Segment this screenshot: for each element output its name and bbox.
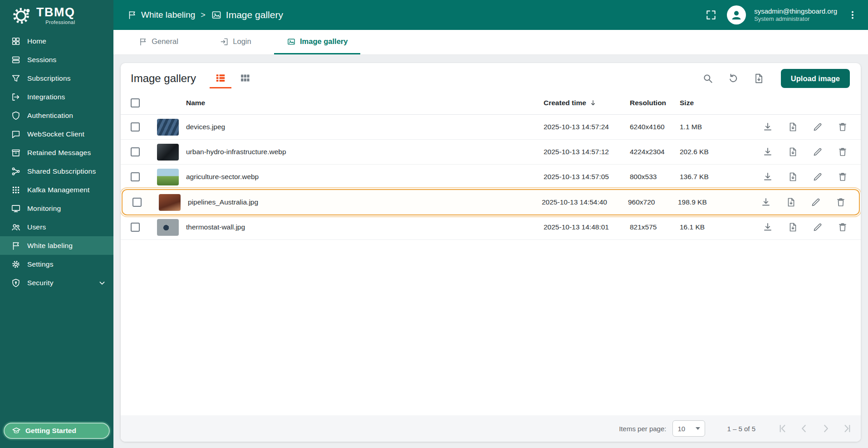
download-button[interactable] (759, 195, 773, 209)
sidebar-item-label: White labeling (27, 242, 107, 250)
tab-image-gallery[interactable]: Image gallery (274, 30, 360, 54)
edit-icon (812, 222, 823, 233)
first-page-button[interactable] (775, 421, 790, 436)
sidebar-item-users[interactable]: Users (0, 218, 113, 236)
sidebar-item-integrations[interactable]: Integrations (0, 88, 113, 106)
breadcrumb-parent-label: White labeling (141, 10, 195, 20)
user-avatar[interactable] (727, 5, 746, 24)
table-row[interactable]: devices.jpeg 2025-10-13 14:57:24 6240x41… (121, 115, 861, 140)
export-button[interactable] (785, 170, 800, 184)
export-button[interactable] (785, 120, 800, 134)
page-title: Image gallery (131, 72, 196, 85)
fullscreen-button[interactable] (703, 7, 719, 23)
download-icon (762, 146, 773, 157)
sidebar-item-authentication[interactable]: Authentication (0, 106, 113, 125)
sidebar-item-home[interactable]: Home (0, 32, 113, 50)
table-row[interactable]: urban-hydro-infrastructure.webp 2025-10-… (121, 140, 861, 165)
resolution-cell: 821x575 (630, 223, 680, 231)
delete-button[interactable] (835, 145, 850, 159)
last-page-button[interactable] (840, 421, 855, 436)
sidebar-item-shared-subscriptions[interactable]: Shared Subscriptions (0, 162, 113, 180)
users-icon (11, 222, 21, 232)
export-button[interactable] (785, 220, 800, 234)
next-page-button[interactable] (818, 421, 834, 436)
image-gallery-icon (287, 37, 296, 46)
download-icon (760, 197, 771, 208)
breadcrumb-white-labeling[interactable]: White labeling (127, 10, 195, 20)
table-row-highlighted[interactable]: pipelines_Australia.jpg 2025-10-13 14:54… (122, 189, 860, 215)
column-header-created-time[interactable]: Created time (544, 99, 630, 107)
file-download-icon (787, 122, 798, 132)
row-checkbox[interactable] (131, 172, 140, 181)
image-thumbnail (159, 194, 181, 211)
edit-button[interactable] (809, 195, 823, 209)
sidebar-item-white-labeling[interactable]: White labeling (0, 236, 113, 255)
delete-button[interactable] (834, 195, 848, 209)
first-page-icon (776, 423, 788, 434)
sort-desc-icon (589, 99, 597, 107)
sidebar-item-label: Settings (27, 260, 107, 268)
sidebar-item-security[interactable]: Security (0, 273, 113, 292)
list-view-toggle[interactable] (210, 68, 231, 88)
previous-page-button[interactable] (796, 421, 812, 436)
created-time-cell: 2025-10-13 14:48:01 (544, 223, 630, 231)
top-bar: White labeling > Image gallery sysadmin@… (113, 0, 868, 30)
edit-button[interactable] (810, 170, 825, 184)
column-header-size[interactable]: Size (680, 99, 754, 107)
edit-button[interactable] (810, 220, 825, 234)
sidebar-item-websocket-client[interactable]: WebSocket Client (0, 125, 113, 143)
delete-button[interactable] (835, 220, 850, 234)
select-all-checkbox[interactable] (131, 98, 140, 107)
sidebar-item-subscriptions[interactable]: Subscriptions (0, 69, 113, 88)
tab-login[interactable]: Login (197, 30, 274, 54)
filter-icon (11, 73, 21, 83)
delete-button[interactable] (835, 120, 850, 134)
tab-general[interactable]: General (120, 30, 197, 54)
getting-started-button[interactable]: Getting Started (4, 423, 110, 439)
created-time-cell: 2025-10-13 14:57:12 (544, 148, 630, 156)
image-thumbnail (157, 144, 179, 161)
graduation-cap-icon (12, 426, 21, 435)
column-label: Created time (544, 99, 586, 107)
edit-button[interactable] (810, 120, 825, 134)
sidebar-item-settings[interactable]: Settings (0, 255, 113, 273)
row-checkbox[interactable] (131, 147, 140, 156)
size-cell: 16.1 KB (680, 223, 754, 231)
search-button[interactable] (700, 71, 716, 86)
resolution-cell: 800x533 (630, 173, 680, 181)
chevron-down-icon (696, 427, 700, 430)
row-checkbox[interactable] (131, 223, 140, 232)
sidebar-item-retained-messages[interactable]: Retained Messages (0, 143, 113, 162)
upload-image-button[interactable]: Upload image (781, 69, 850, 88)
items-per-page-select[interactable]: 10 (672, 420, 705, 437)
download-button[interactable] (760, 170, 775, 184)
column-header-name[interactable]: Name (157, 99, 544, 107)
download-button[interactable] (760, 120, 775, 134)
column-header-resolution[interactable]: Resolution (630, 99, 680, 107)
list-view-icon (215, 72, 226, 84)
download-button[interactable] (760, 220, 775, 234)
row-checkbox[interactable] (132, 198, 142, 207)
user-info: sysadmin@thingsboard.org System administ… (754, 7, 837, 23)
row-checkbox[interactable] (131, 122, 140, 131)
download-button[interactable] (760, 145, 775, 159)
export-button[interactable] (784, 195, 798, 209)
export-button[interactable] (785, 145, 800, 159)
search-icon (702, 73, 714, 84)
sidebar-item-monitoring[interactable]: Monitoring (0, 199, 113, 218)
sidebar-item-label: Sessions (27, 56, 107, 64)
import-image-button[interactable] (751, 71, 766, 86)
delete-button[interactable] (835, 170, 850, 184)
sidebar-item-label: Home (27, 37, 107, 45)
edit-button[interactable] (810, 145, 825, 159)
sidebar-item-kafka-management[interactable]: Kafka Management (0, 180, 113, 199)
sidebar-item-sessions[interactable]: Sessions (0, 50, 113, 69)
sidebar-item-label: Users (27, 223, 107, 231)
refresh-button[interactable] (726, 71, 741, 86)
table-row[interactable]: thermostat-wall.jpg 2025-10-13 14:48:01 … (121, 215, 861, 240)
app-logo[interactable]: TBMQ Professional (0, 0, 113, 30)
image-name: devices.jpeg (186, 123, 225, 131)
table-row[interactable]: agriculture-sector.webp 2025-10-13 14:57… (121, 165, 861, 190)
more-menu-button[interactable] (845, 8, 860, 22)
grid-view-toggle[interactable] (234, 68, 256, 88)
